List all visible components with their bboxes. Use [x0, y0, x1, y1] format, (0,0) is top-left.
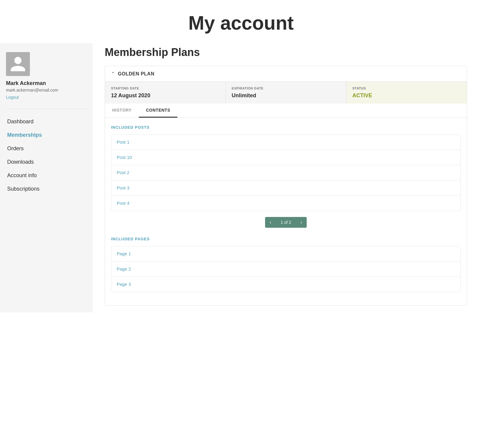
- logout-link[interactable]: Logout: [6, 95, 19, 100]
- tab-history[interactable]: HISTORY: [105, 104, 139, 118]
- pages-list: Page 1 Page 2 Page 3: [111, 246, 461, 292]
- post-link-4[interactable]: Post 4: [117, 201, 130, 206]
- list-item: Post 10: [111, 150, 460, 165]
- sidebar-item-dashboard[interactable]: Dashboard: [6, 115, 87, 128]
- page-link-1[interactable]: Page 1: [117, 251, 131, 256]
- user-name: Mark Ackerman: [6, 80, 46, 86]
- status-label: STATUS: [352, 86, 461, 90]
- plan-name: GOLDEN PLAN: [118, 71, 154, 77]
- expiration-date-box: EXPIRATION DATE Unlimited: [226, 82, 346, 104]
- plan-details: STARTING DATE 12 August 2020 EXPIRATION …: [105, 82, 467, 104]
- contents-area: INCLUDED POSTS Post 1 Post 10 Post 2 Pos…: [105, 118, 467, 305]
- expiration-date-label: EXPIRATION DATE: [232, 86, 340, 90]
- user-avatar-icon: [9, 55, 27, 73]
- list-item: Page 2: [111, 262, 460, 277]
- pagination-info: 1 of 2: [276, 217, 296, 228]
- list-item: Post 4: [111, 196, 460, 211]
- starting-date-box: STARTING DATE 12 August 2020: [105, 82, 226, 104]
- sidebar-item-account-info[interactable]: Account info: [6, 169, 87, 182]
- user-info: Mark Ackerman mark.ackerman@email.com Lo…: [6, 52, 87, 109]
- status-box: STATUS ACTIVE: [346, 82, 467, 104]
- post-link-1[interactable]: Post 1: [117, 139, 130, 145]
- sidebar-item-subscriptions[interactable]: Subscriptions: [6, 182, 87, 196]
- list-item: Post 3: [111, 180, 460, 196]
- status-value: ACTIVE: [352, 92, 461, 99]
- included-pages-label: INCLUDED PAGES: [111, 237, 461, 241]
- main-layout: Mark Ackerman mark.ackerman@email.com Lo…: [0, 43, 482, 318]
- included-posts-label: INCLUDED POSTS: [111, 125, 461, 130]
- pagination-prev-button[interactable]: ‹: [265, 217, 276, 228]
- membership-card: ⌃ GOLDEN PLAN STARTING DATE 12 August 20…: [105, 66, 467, 306]
- expiration-date-value: Unlimited: [232, 92, 340, 99]
- pages-section: INCLUDED PAGES Page 1 Page 2 Page 3: [111, 237, 461, 292]
- tabs-area: HISTORY CONTENTS: [105, 104, 467, 118]
- posts-list: Post 1 Post 10 Post 2 Post 3 Post 4: [111, 134, 461, 211]
- avatar: [6, 52, 30, 76]
- chevron-up-icon: ⌃: [111, 71, 115, 77]
- page-wrapper: My account Mark Ackerman mark.ackerman@e…: [0, 0, 482, 318]
- page-title-area: My account: [0, 0, 482, 43]
- sidebar-item-memberships[interactable]: Memberships: [6, 128, 87, 142]
- section-title: Membership Plans: [105, 46, 467, 59]
- page-link-2[interactable]: Page 2: [117, 266, 131, 271]
- main-content: Membership Plans ⌃ GOLDEN PLAN STARTING …: [93, 43, 482, 318]
- tab-contents[interactable]: CONTENTS: [139, 104, 177, 118]
- pagination-next-button[interactable]: ›: [296, 217, 307, 228]
- list-item: Page 3: [111, 277, 460, 292]
- nav-menu: Dashboard Memberships Orders Downloads A…: [6, 115, 87, 196]
- pagination: ‹ 1 of 2 ›: [111, 217, 461, 228]
- post-link-3[interactable]: Post 3: [117, 185, 130, 190]
- starting-date-value: 12 August 2020: [111, 92, 219, 99]
- sidebar-item-orders[interactable]: Orders: [6, 142, 87, 155]
- list-item: Post 2: [111, 165, 460, 180]
- starting-date-label: STARTING DATE: [111, 86, 219, 90]
- plan-header: ⌃ GOLDEN PLAN: [105, 66, 467, 82]
- page-title: My account: [6, 12, 476, 34]
- user-email: mark.ackerman@email.com: [6, 88, 58, 92]
- sidebar-item-downloads[interactable]: Downloads: [6, 155, 87, 169]
- list-item: Post 1: [111, 135, 460, 150]
- post-link-10[interactable]: Post 10: [117, 155, 132, 160]
- list-item: Page 1: [111, 246, 460, 262]
- post-link-2[interactable]: Post 2: [117, 170, 130, 175]
- sidebar: Mark Ackerman mark.ackerman@email.com Lo…: [0, 43, 93, 312]
- page-link-3[interactable]: Page 3: [117, 282, 131, 287]
